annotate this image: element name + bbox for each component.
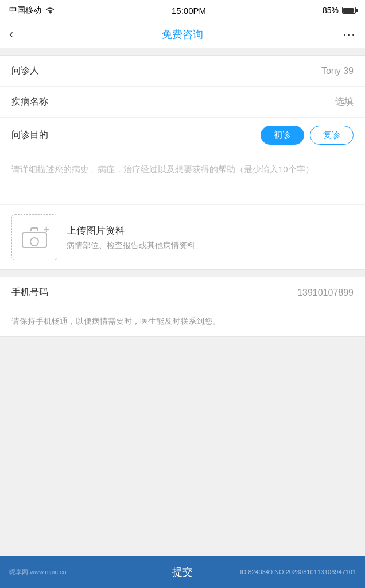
- status-bar: 中国移动 15:00PM 85%: [0, 0, 365, 21]
- phone-label: 手机号码: [11, 287, 48, 299]
- status-left: 中国移动: [9, 5, 55, 16]
- purpose-btn-followup[interactable]: 复诊: [310, 126, 354, 145]
- carrier-text: 中国移动: [9, 5, 41, 16]
- disease-label: 疾病名称: [11, 96, 48, 108]
- camera-top: [30, 227, 38, 231]
- camera-plus-icon: +: [43, 224, 49, 234]
- phone-note: 请保持手机畅通，以便病情需要时，医生能及时联系到您。: [0, 308, 365, 336]
- disease-row[interactable]: 疾病名称 选填: [0, 87, 365, 118]
- camera-lens: [30, 237, 39, 246]
- back-button[interactable]: ‹: [9, 27, 32, 42]
- bottom-bar: 昵享网 www.nipic.cn 提交 ID:8240349 NO:202308…: [0, 556, 365, 588]
- phone-row[interactable]: 手机号码 13910107899: [0, 277, 365, 308]
- battery-icon: [342, 7, 356, 14]
- patient-value: Tony 39: [321, 66, 354, 76]
- phone-section: 手机号码 13910107899 请保持手机畅通，以便病情需要时，医生能及时联系…: [0, 277, 365, 337]
- content-area: 问诊人 Tony 39 疾病名称 选填 问诊目的 初诊 复诊 请详细描述您的病史…: [0, 48, 365, 556]
- form-section: 问诊人 Tony 39 疾病名称 选填 问诊目的 初诊 复诊 请详细描述您的病史…: [0, 55, 365, 270]
- bottom-bar-left-text: 昵享网 www.nipic.cn: [9, 568, 67, 577]
- status-time: 15:00PM: [172, 6, 206, 16]
- upload-subtitle: 病情部位、检查报告或其他病情资料: [67, 241, 195, 251]
- nav-bar: ‹ 免费咨询 ···: [0, 21, 365, 48]
- upload-row[interactable]: + 上传图片资料 病情部位、检查报告或其他病情资料: [0, 205, 365, 269]
- description-row[interactable]: 请详细描述您的病史、病症，治疗经过以及想要获得的帮助（最少输入10个字）: [0, 153, 365, 205]
- purpose-row: 问诊目的 初诊 复诊: [0, 118, 365, 153]
- status-right: 85%: [323, 6, 356, 15]
- upload-title: 上传图片资料: [67, 224, 195, 237]
- disease-value: 选填: [335, 96, 354, 108]
- purpose-label: 问诊目的: [11, 129, 48, 141]
- more-button[interactable]: ···: [333, 28, 356, 41]
- watermark-text: ID:8240349 NO:20230810113106947101: [240, 568, 356, 575]
- patient-label: 问诊人: [11, 65, 39, 77]
- description-placeholder: 请详细描述您的病史、病症，治疗经过以及想要获得的帮助（最少输入10个字）: [11, 163, 354, 176]
- bottom-space: [0, 344, 365, 556]
- upload-icon-box[interactable]: +: [11, 214, 57, 260]
- submit-button[interactable]: 提交: [172, 565, 193, 579]
- phone-value: 13910107899: [297, 288, 354, 298]
- battery-text: 85%: [323, 6, 339, 15]
- patient-row[interactable]: 问诊人 Tony 39: [0, 56, 365, 87]
- purpose-buttons: 初诊 复诊: [261, 126, 354, 145]
- nav-title: 免费咨询: [162, 28, 203, 41]
- wifi-icon: [45, 6, 55, 14]
- upload-text-area: 上传图片资料 病情部位、检查报告或其他病情资料: [67, 224, 195, 251]
- purpose-btn-initial[interactable]: 初诊: [261, 126, 304, 145]
